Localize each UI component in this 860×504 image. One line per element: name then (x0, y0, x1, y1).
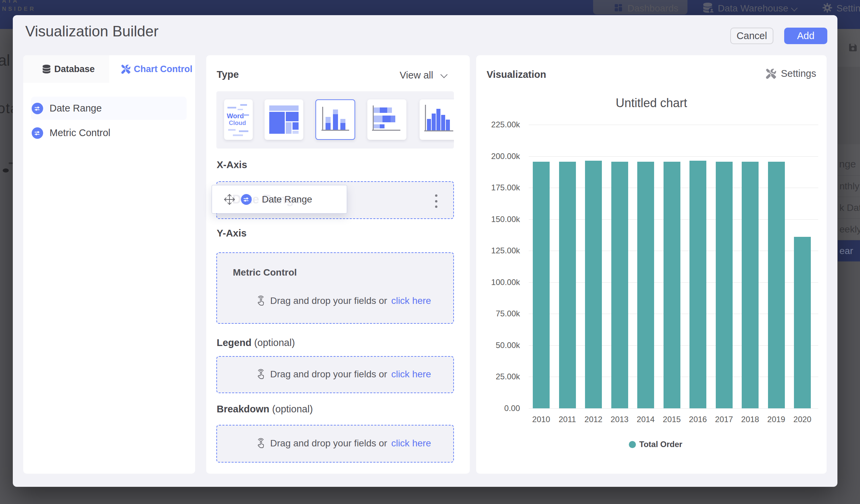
tap-icon (255, 438, 266, 449)
mini-bar (387, 107, 392, 113)
wordcloud-speck (243, 114, 249, 116)
chart-type-word-cloud[interactable]: Word Cloud (224, 99, 253, 140)
gear-icon (822, 3, 832, 13)
builder-panel: Type View all Word Cloud (206, 55, 470, 474)
treemap-block (269, 112, 285, 134)
mini-bar (427, 119, 431, 130)
axis (425, 105, 426, 130)
mini-bar (374, 107, 380, 113)
x-tick-label: 2012 (580, 415, 606, 424)
page: ATA NSIDER Dashboards Data Warehouse Set… (0, 0, 860, 504)
x-axis-label: X-Axis (217, 159, 247, 171)
chart-type-treemap[interactable] (264, 99, 303, 140)
kebab-menu-icon[interactable] (435, 195, 438, 208)
chart-type-histogram[interactable] (419, 99, 454, 140)
x-tick-label: 2018 (737, 415, 763, 424)
x-tick-label: 2011 (554, 415, 580, 424)
legend-item[interactable]: Total Order (629, 440, 683, 449)
tools-icon (121, 65, 130, 74)
drop-hint-click-here[interactable]: click here (391, 369, 431, 380)
x-tick-label: 2017 (711, 415, 737, 424)
breakdown-dropzone[interactable]: Drag and drop your fields or click here (216, 425, 454, 463)
mini-bar (390, 116, 395, 122)
drop-hint-click-here[interactable]: click here (391, 438, 431, 449)
wordcloud-speck (240, 104, 247, 106)
bg-header-fragment: nge (839, 158, 856, 170)
drop-hint-click-here[interactable]: click here (391, 296, 431, 306)
sliders-icon (241, 194, 252, 205)
mini-bar (380, 107, 387, 113)
dragged-field-label: Date Range (262, 194, 312, 205)
chart-bar-2013 (611, 162, 628, 408)
chart-type-bar-chart[interactable] (367, 99, 406, 140)
visualization-builder-modal: Visualization Builder Cancel Add Databas… (13, 15, 837, 487)
wordcloud-word: Cloud (229, 119, 246, 127)
y-tick-label: 75.00k (476, 309, 520, 318)
y-tick-label: 200.00k (476, 152, 520, 161)
tab-database-label: Database (54, 64, 95, 74)
mini-bar (326, 123, 331, 130)
bg-mid-band (838, 67, 860, 144)
legend-dropzone[interactable]: Drag and drop your fields or click here (216, 356, 454, 393)
data-warehouse-user-badge (709, 8, 715, 13)
dragged-field-card[interactable]: Date Range Date Range (212, 185, 347, 214)
mini-bar (374, 116, 383, 122)
field-item-metric-control[interactable]: Metric Control (31, 121, 187, 145)
wordcloud-speck (239, 130, 248, 132)
x-tick-label: 2015 (659, 415, 685, 424)
mini-bar (333, 114, 338, 130)
fields-panel: Database Chart Control Date Range Metric… (23, 55, 195, 474)
wordcloud-speck (233, 134, 243, 136)
chevron-down-icon (791, 5, 798, 12)
cancel-button[interactable]: Cancel (730, 28, 773, 44)
tap-icon (255, 296, 266, 306)
bg-dropdown-option: k Date (838, 197, 860, 218)
settings-tools-icon (766, 69, 776, 79)
axis (424, 130, 453, 131)
field-item-date-range[interactable]: Date Range (31, 97, 187, 120)
view-all-button[interactable]: View all (400, 70, 433, 81)
mini-bar (380, 124, 385, 128)
x-tick-label: 2016 (685, 415, 711, 424)
add-button[interactable]: Add (784, 28, 827, 44)
x-tick-label: 2013 (606, 415, 633, 424)
mini-bar (446, 119, 450, 130)
chart-type-column-chart[interactable] (315, 99, 355, 140)
gridline (529, 125, 818, 125)
sliders-icon (32, 103, 43, 114)
bg-left-fragment-1: al (0, 51, 10, 69)
mini-bar (333, 110, 338, 114)
x-tick-label: 2020 (789, 415, 816, 424)
legend-series-label: Total Order (639, 440, 683, 449)
x-tick-label: 2010 (528, 415, 554, 424)
mini-bar (436, 109, 441, 130)
chart-bar-2019 (768, 162, 785, 408)
bg-left-dash (9, 162, 13, 164)
y-tick-label: 125.00k (476, 246, 520, 255)
wordcloud-speck (228, 129, 235, 131)
modal-title: Visualization Builder (25, 23, 158, 40)
y-tick-label: 50.00k (476, 341, 520, 350)
bg-dropdown-option: nthly (838, 175, 860, 197)
type-label: Type (217, 69, 239, 80)
nav-label-settings[interactable]: Settin (836, 3, 860, 14)
treemap-block (292, 122, 299, 130)
mini-bar (340, 119, 345, 123)
y-axis-dropzone[interactable]: Metric Control Drag and drop your fields… (216, 252, 454, 324)
tab-chart-control[interactable]: Chart Control (109, 55, 195, 83)
y-tick-label: 25.00k (476, 372, 520, 381)
tab-database[interactable]: Database (23, 55, 109, 83)
sliders-icon (32, 127, 43, 139)
y-tick-label: 225.00k (476, 120, 520, 129)
nav-label-data-warehouse[interactable]: Data Warehouse (718, 3, 788, 14)
drop-hint-text: Drag and drop your fields or (270, 296, 387, 306)
nav-label-dashboards[interactable]: Dashboards (628, 3, 678, 14)
tab-chart-control-label: Chart Control (134, 64, 192, 74)
logo-line1: ATA (2, 0, 36, 5)
logo-line2: NSIDER (2, 5, 36, 13)
settings-button[interactable]: Settings (766, 68, 816, 79)
field-item-label: Date Range (49, 103, 102, 114)
wordcloud-word: Word (227, 112, 244, 120)
gridline (529, 156, 818, 157)
bg-panel-header: nge (838, 144, 860, 175)
